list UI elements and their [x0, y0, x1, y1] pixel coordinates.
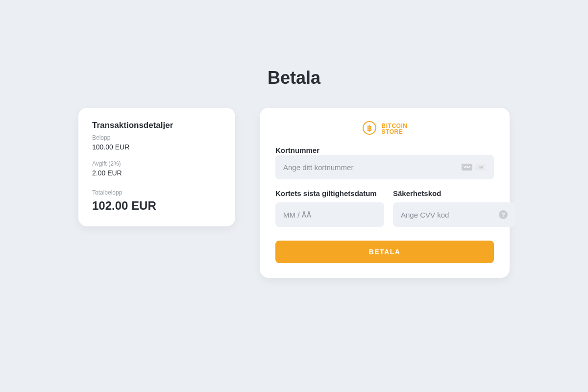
total-value: 102.00 EUR	[92, 199, 221, 213]
brand-line-2: STORE	[382, 129, 408, 135]
amount-label: Belopp	[92, 134, 221, 141]
pay-button[interactable]: BETALA	[275, 241, 494, 263]
expiry-field-wrap[interactable]	[275, 202, 384, 227]
payment-form-card: ฿ BITCOIN STORE Kortnummer VISA	[260, 108, 510, 278]
card-number-input[interactable]	[283, 163, 457, 172]
cvv-label: Säkerhetskod	[393, 189, 515, 197]
svg-text:฿: ฿	[367, 124, 372, 132]
divider	[92, 156, 221, 156]
cvv-field-wrap[interactable]: ?	[393, 202, 515, 227]
fee-value: 2.00 EUR	[92, 167, 221, 182]
divider	[92, 182, 221, 182]
transaction-details-card: Transaktionsdetaljer Belopp 100.00 EUR A…	[78, 108, 235, 226]
fee-label: Avgift (2%)	[92, 160, 221, 167]
card-number-label: Kortnummer	[275, 146, 319, 154]
cvv-help-icon[interactable]: ?	[499, 210, 508, 219]
transaction-details-heading: Transaktionsdetaljer	[92, 121, 221, 130]
expiry-label: Kortets sista giltighetsdatum	[275, 189, 384, 197]
merchant-brand: ฿ BITCOIN STORE	[275, 121, 494, 137]
mastercard-icon	[475, 164, 486, 171]
cvv-input[interactable]	[401, 211, 494, 219]
total-label: Totalbelopp	[92, 189, 221, 196]
card-number-field-wrap[interactable]: VISA	[275, 155, 494, 179]
visa-icon: VISA	[462, 164, 472, 171]
page-title: Betala	[268, 68, 320, 88]
amount-value: 100.00 EUR	[92, 141, 221, 156]
expiry-input[interactable]	[283, 211, 376, 219]
card-brand-icons: VISA	[462, 164, 486, 171]
bitcoin-icon: ฿	[362, 121, 377, 137]
